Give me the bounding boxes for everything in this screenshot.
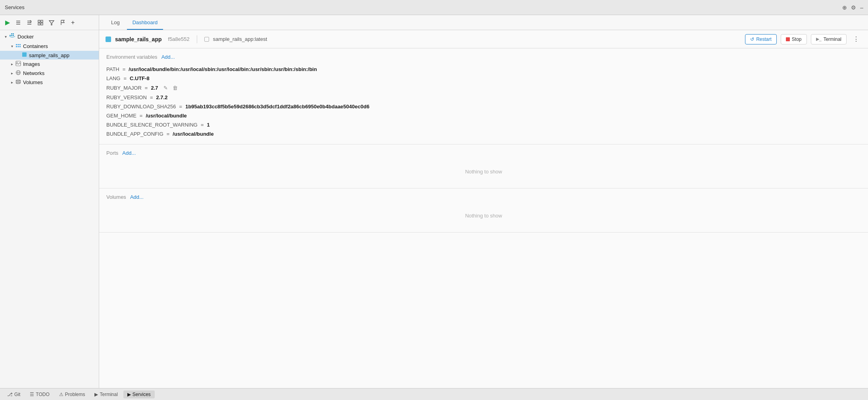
env-eq-bundle-config: = (167, 131, 170, 137)
terminal-label: Terminal (824, 37, 841, 42)
sidebar-item-sample-rails-app[interactable]: ▸ sample_rails_app (0, 51, 99, 60)
settings-icon[interactable]: ⚙ (851, 4, 856, 11)
expand-all-button[interactable] (25, 19, 34, 27)
env-eq-path: = (123, 66, 126, 72)
volumes-icon (15, 79, 21, 86)
env-key-bundle-config: BUNDLE_APP_CONFIG (106, 131, 163, 137)
env-eq-bundle-silence: = (201, 122, 204, 128)
title-bar: Services ⊕ ⚙ – (0, 0, 868, 15)
collapse-all-button[interactable] (13, 19, 23, 27)
stop-icon (786, 37, 790, 41)
bottom-tab-services-label: Services (133, 392, 151, 397)
bottom-tab-todo[interactable]: ☰ TODO (26, 390, 53, 398)
svg-rect-14 (11, 33, 12, 35)
env-val-gem-home: /usr/local/bundle (146, 113, 186, 119)
networks-label: Networks (23, 70, 44, 76)
bottom-tab-problems[interactable]: ⚠ Problems (55, 390, 89, 398)
svg-rect-20 (18, 46, 19, 47)
fullscreen-icon[interactable]: ⊕ (842, 4, 847, 11)
filter-icon (49, 20, 54, 25)
running-container-icon (22, 52, 27, 58)
svg-rect-19 (16, 46, 17, 47)
chevron-images: ▸ (10, 62, 14, 66)
svg-rect-15 (13, 33, 14, 35)
svg-rect-7 (41, 20, 43, 22)
docker-icon (9, 33, 15, 40)
volumes-add-button[interactable]: Add... (130, 194, 144, 200)
expand-all-icon (27, 20, 32, 25)
chevron-volumes: ▸ (10, 80, 14, 85)
bottom-tab-services[interactable]: ▶ Services (123, 390, 155, 398)
svg-point-24 (17, 62, 17, 63)
chevron-containers: ▾ (10, 44, 14, 48)
svg-rect-21 (19, 46, 21, 47)
bottom-tab-git[interactable]: ⎇ Git (3, 390, 24, 398)
terminal-button[interactable]: ▶_ Terminal (811, 34, 847, 44)
content-area: Log Dashboard sample_rails_app f5a8e552 … (99, 15, 868, 388)
dashboard-content: Environment variables Add... PATH = /usr… (99, 48, 868, 388)
env-val-bundle-silence: 1 (207, 122, 210, 128)
sidebar-item-docker[interactable]: ▾ Docker (0, 32, 99, 42)
restart-label: Restart (756, 37, 772, 42)
ports-section: Ports Add... Nothing to show (99, 144, 868, 188)
sidebar: ▶ (0, 15, 99, 388)
env-section-title: Environment variables (106, 54, 157, 60)
play-button[interactable]: ▶ (3, 17, 12, 27)
sidebar-item-networks[interactable]: ▸ Networks (0, 69, 99, 78)
filter-button[interactable] (47, 19, 56, 27)
flag-button[interactable] (58, 19, 67, 27)
env-val-ruby-major: 2.7 (151, 85, 158, 91)
ports-empty-message: Nothing to show (106, 161, 861, 183)
svg-rect-9 (41, 23, 43, 25)
env-eq-gem-home: = (140, 113, 143, 119)
env-val-lang: C.UTF-8 (130, 75, 150, 81)
problems-icon: ⚠ (59, 392, 63, 397)
todo-icon: ☰ (30, 392, 34, 397)
chevron-networks: ▸ (10, 71, 14, 75)
image-name: sample_rails_app:latest (213, 36, 267, 42)
svg-rect-6 (38, 20, 40, 22)
env-row-lang: LANG = C.UTF-8 (106, 74, 861, 83)
env-edit-ruby-major[interactable]: ✎ (162, 85, 169, 91)
layout-icon (38, 20, 43, 25)
ports-add-button[interactable]: Add... (122, 150, 136, 156)
terminal-bottom-icon: ▶ (94, 392, 98, 397)
env-eq-ruby-sha: = (179, 104, 182, 110)
env-key-path: PATH (106, 66, 119, 72)
svg-rect-16 (16, 44, 17, 45)
env-row-ruby-major: RUBY_MAJOR = 2.7 ✎ 🗑 (106, 83, 861, 93)
add-button[interactable]: + (69, 18, 77, 27)
minimize-icon[interactable]: – (860, 4, 863, 11)
restart-icon: ↺ (750, 37, 754, 42)
svg-rect-11 (10, 35, 11, 36)
stop-button[interactable]: Stop (781, 34, 807, 44)
sidebar-toolbar: ▶ (0, 15, 99, 30)
chevron-docker: ▾ (3, 35, 8, 39)
flag-icon (60, 20, 65, 25)
env-add-button[interactable]: Add... (161, 54, 175, 60)
bottom-tab-terminal[interactable]: ▶ Terminal (90, 390, 121, 398)
env-key-ruby-sha: RUBY_DOWNLOAD_SHA256 (106, 104, 176, 110)
more-options-button[interactable]: ⋮ (851, 33, 862, 45)
main-container: ▶ (0, 15, 868, 388)
env-val-bundle-config: /usr/local/bundle (173, 131, 213, 137)
sample-rails-app-label: sample_rails_app (29, 52, 69, 58)
sidebar-item-containers[interactable]: ▾ Containers (0, 42, 99, 51)
env-eq-lang: = (123, 75, 127, 81)
sidebar-item-volumes[interactable]: ▸ Volumes (0, 78, 99, 87)
layout-button[interactable] (36, 19, 45, 27)
env-val-ruby-sha: 1b95ab193cc8f5b5e59d2686cb3d5dcf1ddf2a86… (185, 104, 369, 110)
svg-rect-8 (38, 23, 40, 25)
bottom-tab-problems-label: Problems (65, 392, 85, 397)
env-delete-ruby-major[interactable]: 🗑 (171, 85, 179, 91)
sidebar-item-images[interactable]: ▸ Images (0, 60, 99, 69)
volumes-section-header: Volumes Add... (106, 194, 861, 200)
env-section: Environment variables Add... PATH = /usr… (99, 48, 868, 144)
ports-section-title: Ports (106, 150, 118, 156)
git-icon: ⎇ (7, 392, 13, 397)
tab-log[interactable]: Log (106, 16, 125, 30)
app-title: Services (5, 4, 25, 10)
docker-label: Docker (17, 34, 34, 40)
tab-dashboard[interactable]: Dashboard (127, 16, 163, 30)
restart-button[interactable]: ↺ Restart (745, 34, 777, 44)
